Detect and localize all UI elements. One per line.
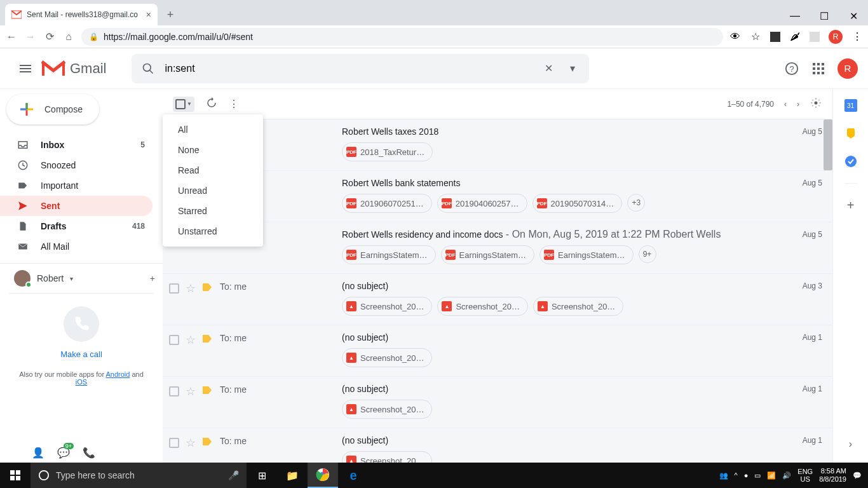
notifications-icon[interactable]: 💬 — [853, 471, 862, 480]
chrome-taskbar-icon[interactable] — [308, 463, 338, 488]
chat-tab-icon[interactable]: 💬9+ — [57, 447, 70, 459]
attachment-chip[interactable]: ▲Screenshot_20… — [342, 348, 432, 367]
language-indicator[interactable]: ENGUS — [797, 468, 813, 483]
collapse-panel-icon[interactable]: › — [849, 438, 852, 450]
start-button[interactable] — [0, 470, 31, 480]
attachment-chip[interactable]: ▲Screenshot_20… — [437, 297, 527, 316]
maximize-button[interactable]: ☐ — [810, 6, 839, 25]
sidebar-item-inbox[interactable]: Inbox5 — [0, 135, 153, 155]
ext-icon-3[interactable] — [810, 32, 820, 42]
important-marker-icon[interactable] — [202, 437, 212, 449]
attachment-chip[interactable]: PDFEarningsStatem… — [441, 245, 535, 264]
email-row[interactable]: ☆ To: me (no subject) ▲Screenshot_20… Au… — [163, 325, 832, 377]
account-avatar[interactable]: R — [837, 58, 858, 79]
ext-icon-2[interactable]: 🌶 — [789, 31, 801, 43]
email-row[interactable]: ☆ To: me (no subject) ▲Screenshot_20… Au… — [163, 377, 832, 428]
forward-button[interactable]: → — [24, 30, 37, 43]
star-bookmark-icon[interactable]: ☆ — [750, 31, 761, 43]
star-icon[interactable]: ☆ — [186, 384, 196, 398]
profile-dropdown-icon[interactable]: ▾ — [70, 275, 73, 282]
chrome-profile-avatar[interactable]: R — [829, 30, 843, 44]
minimize-button[interactable]: — — [780, 6, 810, 25]
close-tab-icon[interactable]: × — [146, 10, 151, 20]
attachment-chip[interactable]: ▲Screenshot_20… — [342, 451, 432, 463]
android-link[interactable]: Android — [106, 370, 130, 378]
search-icon[interactable] — [140, 61, 156, 76]
attachment-chip[interactable]: PDF201906070251… — [342, 194, 432, 213]
add-addon-icon[interactable]: + — [844, 199, 857, 212]
url-field[interactable]: 🔒 https://mail.google.com/mail/u/0/#sent — [81, 28, 723, 46]
ios-link[interactable]: iOS — [76, 378, 87, 386]
select-option-all[interactable]: All — [163, 119, 263, 140]
compose-button[interactable]: Compose — [6, 94, 99, 125]
important-marker-icon[interactable] — [202, 334, 212, 346]
star-icon[interactable]: ☆ — [186, 281, 196, 295]
important-marker-icon[interactable] — [202, 386, 212, 397]
home-button[interactable]: ⌂ — [62, 30, 75, 43]
close-window-button[interactable]: ✕ — [839, 6, 868, 25]
cortana-search[interactable]: Type here to search 🎤 — [31, 463, 247, 488]
prev-page-button[interactable]: ‹ — [784, 100, 787, 109]
star-icon[interactable]: ☆ — [186, 333, 196, 347]
tray-chevron-icon[interactable]: ^ — [735, 471, 738, 479]
select-option-unstarred[interactable]: Unstarred — [163, 221, 263, 241]
search-input[interactable] — [165, 63, 532, 74]
attachment-chip[interactable]: PDFEarningsStatem… — [539, 245, 634, 264]
sidebar-item-important[interactable]: Important — [0, 175, 153, 196]
add-contact-icon[interactable]: + — [150, 273, 155, 283]
battery-icon[interactable]: ▭ — [754, 471, 761, 480]
scrollbar-thumb[interactable] — [824, 119, 832, 170]
sidebar-item-snoozed[interactable]: Snoozed — [0, 155, 153, 175]
apps-icon[interactable] — [811, 61, 826, 76]
email-row[interactable]: ☆ 2 Robert Wells residency and income do… — [163, 222, 832, 274]
ext-icon-1[interactable] — [770, 32, 780, 42]
more-button[interactable]: ⋮ — [229, 98, 239, 110]
hangouts-profile[interactable]: Robert ▾ + — [0, 263, 163, 293]
refresh-button[interactable] — [206, 97, 217, 111]
clock[interactable]: 8:58 AM8/8/2019 — [819, 467, 846, 484]
email-row[interactable]: ☆ urtz Robert Wells taxes 2018 PDF2018_T… — [163, 119, 832, 171]
menu-button[interactable] — [10, 65, 41, 72]
back-button[interactable]: ← — [5, 30, 18, 43]
attachment-chip[interactable]: PDF201904060257… — [437, 194, 527, 213]
row-checkbox[interactable] — [169, 335, 179, 345]
file-explorer-icon[interactable]: 📁 — [277, 463, 308, 488]
important-marker-icon[interactable] — [202, 283, 212, 294]
mic-icon[interactable]: 🎤 — [228, 470, 239, 480]
attachment-chip[interactable]: ▲Screenshot_20… — [342, 297, 432, 316]
gmail-logo[interactable]: Gmail — [41, 59, 106, 78]
support-icon[interactable]: ? — [784, 61, 799, 76]
contacts-tab-icon[interactable]: 👤 — [32, 447, 44, 459]
more-attachments[interactable]: 9+ — [639, 245, 656, 263]
select-option-read[interactable]: Read — [163, 160, 263, 180]
attachment-chip[interactable]: ▲Screenshot_20… — [342, 400, 432, 419]
task-view-icon[interactable]: ⊞ — [247, 463, 277, 488]
attachment-chip[interactable]: PDF201905070314… — [532, 194, 623, 213]
email-row[interactable]: ☆ urtz Robert Wells bank statements PDF2… — [163, 171, 832, 222]
select-option-starred[interactable]: Starred — [163, 201, 263, 221]
select-option-none[interactable]: None — [163, 140, 263, 160]
chrome-menu-icon[interactable]: ⋮ — [851, 31, 863, 43]
sidebar-item-sent[interactable]: Sent — [0, 196, 153, 216]
email-row[interactable]: ☆ To: me (no subject) ▲Screenshot_20… Au… — [163, 428, 832, 463]
wifi-icon[interactable]: 📶 — [767, 471, 776, 480]
row-checkbox[interactable] — [169, 386, 179, 396]
sidebar-item-all-mail[interactable]: All Mail — [0, 236, 153, 257]
browser-tab[interactable]: Sent Mail - rewells318@gmail.co × — [5, 4, 158, 25]
select-all-checkbox[interactable] — [175, 99, 186, 109]
attachment-chip[interactable]: ▲Screenshot_20… — [533, 297, 623, 316]
clear-search-icon[interactable]: ✕ — [541, 61, 556, 76]
people-icon[interactable]: 👥 — [719, 471, 728, 480]
select-option-unread[interactable]: Unread — [163, 180, 263, 201]
phone-tab-icon[interactable]: 📞 — [83, 447, 95, 459]
attachment-chip[interactable]: PDF2018_TaxRetur… — [342, 142, 433, 161]
row-checkbox[interactable] — [169, 283, 179, 294]
search-options-icon[interactable]: ▾ — [565, 61, 580, 76]
more-attachments[interactable]: +3 — [627, 194, 645, 212]
calendar-icon[interactable]: 31 — [844, 99, 857, 112]
reload-button[interactable]: ⟳ — [43, 30, 56, 43]
sidebar-item-drafts[interactable]: Drafts418 — [0, 216, 153, 236]
eye-icon[interactable]: 👁 — [729, 31, 741, 43]
edge-icon[interactable]: e — [338, 463, 369, 488]
tray-app-icon[interactable]: ● — [744, 471, 749, 479]
